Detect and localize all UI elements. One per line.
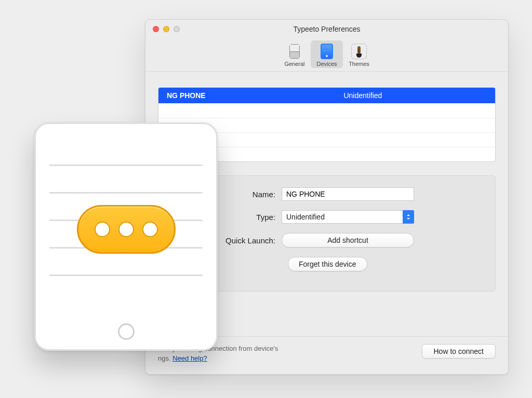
minimize-icon[interactable] [163, 26, 169, 32]
type-select[interactable]: Unidentified [282, 210, 414, 224]
chevron-down-icon [403, 210, 414, 224]
zoom-icon[interactable] [174, 26, 180, 32]
preferences-toolbar: General Devices Themes [145, 38, 508, 72]
tab-devices[interactable]: Devices [311, 40, 343, 68]
typing-indicator-icon [77, 205, 176, 254]
titlebar: Typeeto Preferences [145, 20, 508, 38]
general-icon [286, 43, 303, 60]
home-button-icon [118, 323, 135, 340]
close-icon[interactable] [153, 26, 159, 32]
tab-themes-label: Themes [349, 61, 369, 67]
forget-device-button[interactable]: Forget this device [288, 257, 367, 271]
devices-icon [318, 43, 336, 60]
add-shortcut-button[interactable]: Add shortcut [282, 233, 414, 248]
svg-marker-1 [407, 218, 410, 219]
tab-devices-label: Devices [316, 61, 337, 67]
name-input[interactable] [282, 187, 414, 201]
tablet-illustration [34, 122, 218, 351]
type-select-value: Unidentified [286, 213, 325, 221]
svg-marker-0 [407, 214, 410, 216]
table-row[interactable]: NG PHONE Unidentified [158, 88, 495, 103]
themes-icon [350, 43, 368, 60]
device-name-cell: NG PHONE [158, 91, 343, 100]
window-controls [153, 26, 180, 32]
tab-general-label: General [284, 61, 304, 67]
how-to-connect-button[interactable]: How to connect [422, 344, 496, 359]
tab-general[interactable]: General [278, 40, 311, 68]
device-type-cell: Unidentified [343, 91, 495, 100]
window-title: Typeeto Preferences [293, 25, 360, 33]
need-help-link[interactable]: Need help? [172, 354, 207, 362]
table-row[interactable] [158, 103, 495, 118]
tab-themes[interactable]: Themes [343, 40, 375, 68]
note-lines [49, 164, 203, 276]
